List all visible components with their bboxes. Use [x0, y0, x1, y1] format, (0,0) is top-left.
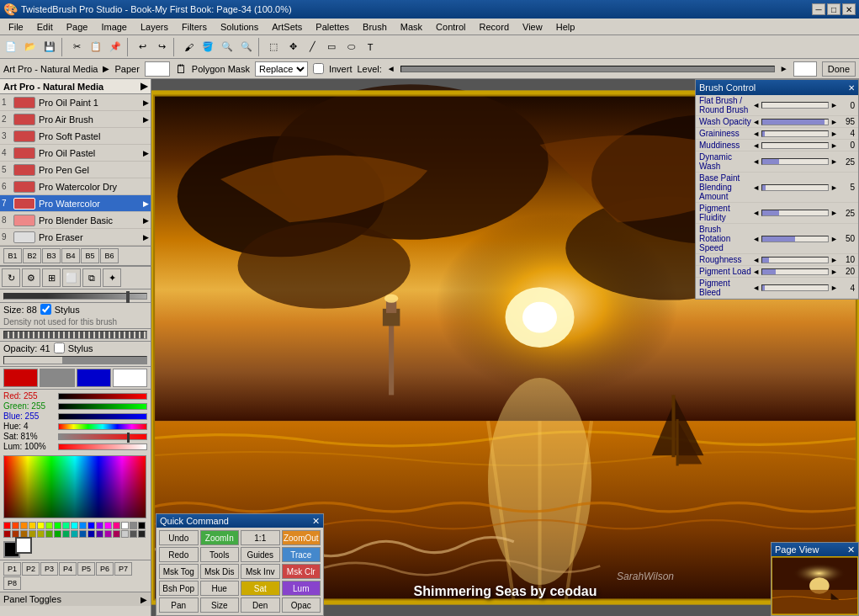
palette-cell[interactable]	[104, 522, 112, 529]
qc-1to1[interactable]: 1:1	[241, 530, 280, 545]
opacity-slider[interactable]	[3, 356, 147, 364]
palette-cell[interactable]	[20, 522, 28, 529]
palette-cell[interactable]	[87, 530, 95, 538]
b3-btn[interactable]: B3	[42, 248, 61, 263]
bc-left-7[interactable]: ◄	[752, 235, 760, 243]
bc-left-8[interactable]: ◄	[752, 256, 760, 264]
sat-slider[interactable]	[58, 433, 147, 440]
fx-icon[interactable]: ✦	[103, 268, 121, 287]
palette-cell[interactable]	[121, 530, 129, 538]
menu-item-solutions[interactable]: Solutions	[214, 20, 265, 34]
qc-header[interactable]: Quick Command ✕	[156, 514, 323, 528]
brush-arrow-2[interactable]: ▶	[143, 115, 149, 124]
p5-btn[interactable]: P5	[77, 562, 95, 576]
qc-undo[interactable]: Undo	[159, 530, 199, 545]
brush-item-8[interactable]: 8 Pro Blender Basic ▶	[0, 212, 151, 229]
close-button[interactable]: ✕	[842, 3, 856, 15]
qc-redo[interactable]: Redo	[159, 547, 199, 562]
bc-right-3[interactable]: ►	[830, 141, 838, 150]
menu-item-view[interactable]: View	[516, 20, 549, 34]
bc-right-1[interactable]: ►	[830, 118, 838, 126]
layers-icon[interactable]: ⧉	[82, 268, 101, 287]
palette-cell[interactable]	[62, 522, 70, 529]
blue-slider[interactable]	[58, 413, 147, 420]
stylus-checkbox[interactable]	[40, 304, 51, 315]
b2-btn[interactable]: B2	[23, 248, 41, 263]
menu-item-filters[interactable]: Filters	[175, 20, 214, 34]
menu-item-edit[interactable]: Edit	[30, 20, 60, 34]
brush-panel-header[interactable]: Art Pro - Natural Media ▶	[0, 79, 151, 94]
brush-control-close[interactable]: ✕	[848, 83, 855, 93]
palette-cell[interactable]	[113, 522, 120, 529]
open-button[interactable]: 📂	[21, 38, 40, 56]
brush-item-2[interactable]: 2 Pro Air Brush ▶	[0, 111, 151, 128]
palette-cell[interactable]	[130, 530, 137, 538]
qc-pan[interactable]: Pan	[159, 597, 199, 613]
rect-tool[interactable]: ▭	[322, 38, 341, 56]
white-color[interactable]	[113, 369, 147, 387]
qc-bshpop[interactable]: Bsh Pop	[159, 581, 199, 596]
paper-icon[interactable]: 🗒	[175, 62, 187, 76]
copy-button[interactable]: 📋	[87, 38, 105, 56]
pv-close[interactable]: ✕	[847, 544, 855, 555]
bc-right-0[interactable]: ►	[830, 101, 838, 109]
p2-btn[interactable]: P2	[22, 562, 40, 576]
palette-cell[interactable]	[79, 522, 87, 529]
bc-slider-10[interactable]	[761, 284, 829, 291]
palette-cell[interactable]	[62, 530, 70, 538]
qc-msktog[interactable]: Msk Tog	[159, 564, 199, 579]
hue-slider[interactable]	[58, 423, 147, 430]
brush-item-3[interactable]: 3 Pro Soft Pastel	[0, 128, 151, 145]
brush-arrow-1[interactable]: ▶	[143, 98, 149, 107]
menu-item-palettes[interactable]: Palettes	[309, 20, 356, 34]
opacity-stylus-checkbox[interactable]	[54, 343, 65, 353]
qc-mskinv[interactable]: Msk Inv	[241, 564, 280, 579]
bc-left-5[interactable]: ◄	[752, 183, 760, 192]
bc-left-0[interactable]: ◄	[752, 101, 760, 109]
color-wheel[interactable]	[3, 455, 146, 518]
save-button[interactable]: 💾	[40, 38, 59, 56]
menu-item-control[interactable]: Control	[429, 20, 472, 34]
palette-cell[interactable]	[45, 522, 53, 529]
bc-left-3[interactable]: ◄	[752, 141, 760, 150]
p6-btn[interactable]: P6	[96, 562, 114, 576]
select-tool[interactable]: ⬚	[264, 38, 283, 56]
pv-header[interactable]: Page View ✕	[772, 543, 858, 556]
brush-arrow-7[interactable]: ▶	[143, 199, 149, 208]
middle-color[interactable]	[40, 369, 74, 387]
background-color-2[interactable]	[77, 369, 111, 387]
brush-item-6[interactable]: 6 Pro Watercolor Dry	[0, 178, 151, 195]
p7-btn[interactable]: P7	[114, 562, 132, 576]
qc-zoomin[interactable]: ZoomIn	[200, 530, 240, 545]
qc-opac[interactable]: Opac	[282, 597, 321, 613]
qc-close[interactable]: ✕	[312, 516, 320, 527]
menu-item-record[interactable]: Record	[473, 20, 516, 34]
maximize-button[interactable]: □	[827, 3, 840, 15]
bc-right-10[interactable]: ►	[830, 284, 838, 292]
menu-item-file[interactable]: File	[2, 20, 30, 34]
brush-item-4[interactable]: 4 Pro Oil Pastel ▶	[0, 145, 151, 162]
bc-slider-9[interactable]	[761, 268, 829, 275]
palette-cell-gray[interactable]	[130, 522, 137, 529]
ellipse-tool[interactable]: ⬭	[342, 38, 360, 56]
grid-icon[interactable]: ⊞	[42, 268, 61, 287]
brush-control-header[interactable]: Brush Control ✕	[696, 80, 858, 95]
level-right-arrow[interactable]: ►	[780, 64, 788, 73]
green-slider[interactable]	[58, 403, 147, 410]
brush-arrow-8[interactable]: ▶	[143, 216, 149, 225]
zoom-in-button[interactable]: 🔍	[218, 38, 236, 56]
p8-btn[interactable]: P8	[3, 576, 21, 590]
bc-left-9[interactable]: ◄	[752, 268, 760, 276]
bc-right-7[interactable]: ►	[830, 235, 838, 243]
zoom-out-button[interactable]: 🔍	[237, 38, 256, 56]
brush-set-arrow[interactable]: ▶	[103, 64, 109, 73]
menu-item-mask[interactable]: Mask	[394, 20, 429, 34]
palette-cell[interactable]	[45, 530, 53, 538]
blend-mode-select[interactable]: Replace Multiply	[255, 61, 308, 77]
canvas-area[interactable]: Shimmering Seas by ceodau SarahWilson Br…	[151, 79, 859, 616]
palette-cell[interactable]	[96, 522, 103, 529]
qc-zoomout[interactable]: ZoomOut	[282, 530, 321, 545]
qc-hue[interactable]: Hue	[200, 581, 240, 596]
p1-btn[interactable]: P1	[3, 562, 21, 576]
palette-cell[interactable]	[79, 530, 87, 538]
